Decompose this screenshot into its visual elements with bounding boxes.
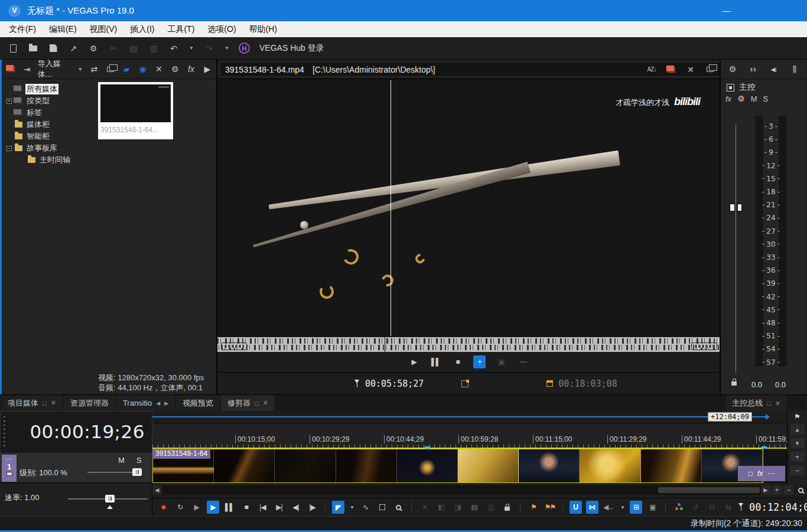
tree-expander-icon[interactable]: − <box>6 146 12 151</box>
tab-close-icon[interactable]: ✕ <box>263 399 268 407</box>
time-display-grip[interactable] <box>4 416 5 447</box>
tab-scroll-left-icon[interactable]: ◀ <box>156 400 160 406</box>
media-tree-item-0[interactable]: 所有媒体 <box>2 83 96 95</box>
video-frame[interactable]: 才疏学浅的才浅 bilibili <box>238 80 717 336</box>
downmix-output-button[interactable]: ◀↓ <box>768 63 780 76</box>
marker-bar[interactable]: +12:04;09 <box>152 411 787 423</box>
bus-box-icon[interactable] <box>727 84 734 92</box>
track-color-strip[interactable]: ⋯ 1 <box>2 455 17 482</box>
enable-snapping-button[interactable]: U <box>570 501 582 514</box>
float-window-button[interactable] <box>704 63 716 76</box>
quantize-to-frames-button[interactable]: ▣ <box>646 501 659 514</box>
media-tree-item-5[interactable]: −故事板库 <box>2 142 96 154</box>
track-level-handle[interactable] <box>132 468 142 476</box>
loop-playback-button[interactable]: ↻ <box>174 501 186 514</box>
stop-button[interactable]: ■ <box>240 501 252 514</box>
clip-more-icon[interactable]: ⋯ <box>767 469 775 478</box>
insert-marker-button[interactable]: ⚑ <box>527 501 539 514</box>
mixer-properties-button[interactable]: ⚙ <box>727 63 738 76</box>
redo-dropdown[interactable]: ▼ <box>223 42 230 55</box>
sync-cursor-button[interactable]: ⇆ <box>722 501 734 514</box>
tab-video-preview[interactable]: 视频预览 <box>176 395 220 411</box>
trimmer-waveform-strip[interactable] <box>217 337 720 352</box>
tab-project-media[interactable]: 项目媒体 □ ✕ <box>1 395 63 411</box>
menu-item-6[interactable]: 帮助(H) <box>243 21 284 37</box>
menu-item-3[interactable]: 插入(I) <box>123 21 161 37</box>
track-more-icon[interactable]: ⋯ <box>6 455 12 463</box>
media-properties-button[interactable]: ⚙ <box>170 63 180 76</box>
video-event-clip[interactable] <box>152 449 763 483</box>
scrollbar-thumb[interactable] <box>658 487 760 493</box>
track-height-plus-button[interactable]: + <box>790 452 805 462</box>
tab-master-bus[interactable]: 主控总线 □ ✕ <box>725 395 787 412</box>
timeline-time-display[interactable]: 00:00:19;26 <box>0 411 152 453</box>
media-tree-item-2[interactable]: 标签 <box>2 107 96 119</box>
rate-handle[interactable] <box>105 495 115 502</box>
waveform-playhead[interactable] <box>385 337 385 352</box>
media-fx-button[interactable]: fx <box>186 63 196 76</box>
menu-item-5[interactable]: 选项(O) <box>201 21 242 37</box>
video-track-lane[interactable]: 391531548-1-64 □ fx ⋯ <box>152 449 787 483</box>
close-media-icon[interactable] <box>5 63 16 76</box>
swap-media-button[interactable]: ⇄ <box>89 63 99 76</box>
trim-end-handle[interactable] <box>691 342 717 350</box>
zoom-in-button[interactable]: + <box>772 485 782 495</box>
vegas-hub-login-button[interactable]: VEGAS Hub 登录 <box>259 43 324 54</box>
auto-ripple-button[interactable]: ↺ <box>689 501 701 514</box>
fade-in-icon[interactable]: ▮▯ <box>435 501 447 514</box>
preview-loop-button[interactable]: ▣ <box>495 355 507 368</box>
undo-dropdown[interactable]: ▼ <box>188 42 195 55</box>
selection-icon[interactable] <box>461 380 468 387</box>
menu-item-2[interactable]: 视图(V) <box>83 21 124 37</box>
import-media-icon[interactable]: ⇥ <box>21 63 32 76</box>
extract-audio-button[interactable]: ▰ <box>121 63 132 76</box>
tab-float-icon[interactable]: □ <box>43 400 47 407</box>
preview-playhead[interactable] <box>391 80 391 336</box>
track-solo-button[interactable]: S <box>136 456 142 465</box>
meter-lock-icon[interactable] <box>731 378 737 386</box>
scroll-left-button[interactable]: ◀ <box>152 485 162 495</box>
get-media-web-button[interactable]: ◉ <box>137 63 148 76</box>
track-mute-button[interactable]: M <box>118 456 125 465</box>
event-dropdown[interactable]: ▼ <box>619 501 626 514</box>
tab-trimmer[interactable]: 修剪器 □ ✕ <box>221 395 275 411</box>
prev-frame-button[interactable]: ◀| <box>289 501 302 514</box>
tree-expander-icon[interactable]: + <box>6 99 12 104</box>
trimmer-file-field[interactable]: 391531548-1-64.mp4 [C:\Users\Administrat… <box>220 62 807 77</box>
tab-explorer[interactable]: 资源管理器 <box>64 395 115 411</box>
meter-options-button[interactable]: ▮▮ <box>747 63 759 76</box>
menu-item-4[interactable]: 工具(T) <box>161 21 201 37</box>
preview-pause-button[interactable]: ▌▌ <box>429 355 442 368</box>
clip-pan-crop-icon[interactable]: □ <box>749 469 753 478</box>
media-tree-item-6[interactable]: 主时间轴 <box>2 154 96 166</box>
sort-media-button[interactable]: AZ↓ <box>646 63 658 76</box>
trim-start-handle[interactable] <box>221 342 247 350</box>
tab-scroll-right-icon[interactable]: ▶ <box>164 400 168 406</box>
master-mute-button[interactable]: M <box>751 94 757 103</box>
scrollbar-track[interactable] <box>162 485 761 495</box>
normal-edit-tool-button[interactable]: ◤ <box>332 501 344 514</box>
copy-button[interactable]: ▤ <box>128 42 139 55</box>
scroll-right-button[interactable]: ▶ <box>761 485 770 495</box>
play-from-start-button[interactable]: ▶ <box>190 501 203 514</box>
media-tree-item-1[interactable]: +按类型 <box>2 95 96 107</box>
crossfade-icon[interactable]: ▮▮ <box>468 501 480 514</box>
insert-region-button[interactable]: ⚑⚑ <box>544 501 556 514</box>
tab-float-icon[interactable]: □ <box>255 400 259 407</box>
master-fx-button[interactable]: fx <box>725 94 731 103</box>
record-button[interactable]: ● <box>157 501 170 514</box>
zoom-tool-icon[interactable] <box>796 485 805 495</box>
menu-item-1[interactable]: 编辑(E) <box>43 21 83 37</box>
remove-from-list-icon[interactable] <box>665 63 677 76</box>
edit-tool-dropdown[interactable]: ▼ <box>349 501 355 514</box>
mixing-console-button[interactable]: ⫼ <box>789 63 801 76</box>
scroll-down-button[interactable]: ▼ <box>790 438 805 448</box>
master-automation-button[interactable]: ⚙ <box>737 94 745 103</box>
tab-close-icon[interactable]: ✕ <box>775 400 780 407</box>
zoom-edit-tool-button[interactable] <box>392 501 405 514</box>
clip-fx-icon[interactable]: fx <box>757 469 763 478</box>
properties-gear-button[interactable]: ⚙ <box>87 42 99 55</box>
play-button[interactable]: ▶ <box>207 501 219 514</box>
master-fader-handle[interactable] <box>729 203 743 212</box>
vegas-hub-icon[interactable]: H <box>239 43 250 54</box>
